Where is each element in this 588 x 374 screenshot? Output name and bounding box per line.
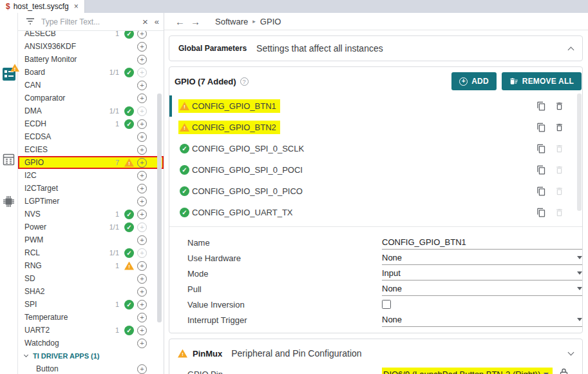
sidebar-item[interactable]: ECDSA bbox=[18, 130, 164, 143]
chip-device-icon[interactable] bbox=[3, 195, 15, 208]
sidebar-item[interactable]: I2CTarget bbox=[18, 182, 164, 195]
sidebar-item[interactable]: RNG 1 bbox=[18, 259, 164, 272]
lock-icon[interactable] bbox=[559, 368, 569, 374]
copy-icon[interactable] bbox=[536, 123, 546, 132]
add-instance-icon[interactable] bbox=[137, 31, 147, 39]
sidebar-section-header[interactable]: TI DRIVER APPS (1) bbox=[18, 349, 164, 362]
add-instance-icon[interactable] bbox=[137, 339, 147, 348]
gpio-pin-dropdown[interactable]: DIO6/9 (LaunchPad Button BTN-2 (Right)) bbox=[382, 368, 553, 374]
add-instance-icon[interactable] bbox=[137, 364, 147, 374]
copy-icon[interactable] bbox=[536, 208, 546, 217]
sidebar-item[interactable]: Battery Monitor bbox=[18, 53, 164, 66]
sidebar-item[interactable]: SD bbox=[18, 272, 164, 285]
gpio-instance-row[interactable]: CONFIG_GPIO_SPI_0_POCI bbox=[169, 159, 582, 181]
sidebar-item[interactable]: LGPTimer bbox=[18, 195, 164, 208]
sidebar-item[interactable]: DMA 1/1 bbox=[18, 104, 164, 117]
global-parameters-card[interactable]: Global Parameters Settings that affect a… bbox=[169, 35, 583, 61]
add-instance-icon[interactable] bbox=[137, 94, 147, 103]
text-input[interactable]: CONFIG_GPIO_BTN1 bbox=[382, 236, 582, 250]
gpio-instance-row[interactable]: CONFIG_GPIO_SPI_0_SCLK bbox=[169, 138, 582, 159]
gpio-instance-row[interactable]: CONFIG_GPIO_BTN2 bbox=[169, 117, 582, 138]
sidebar-item[interactable]: NVS 1 bbox=[18, 208, 164, 221]
back-arrow-icon[interactable]: ← bbox=[175, 16, 185, 27]
gpio-instance-row[interactable]: CONFIG_GPIO_UART_TX bbox=[169, 202, 582, 223]
delete-icon[interactable] bbox=[555, 186, 564, 196]
dropdown[interactable]: Input bbox=[382, 267, 582, 280]
sidebar-item[interactable]: I2C bbox=[18, 169, 164, 182]
remove-all-button[interactable]: REMOVE ALL bbox=[502, 72, 582, 90]
add-instance-icon[interactable] bbox=[137, 158, 147, 168]
main-scrollbar[interactable] bbox=[577, 94, 582, 211]
instance-actions bbox=[536, 165, 564, 175]
add-instance-icon[interactable] bbox=[137, 326, 147, 335]
software-config-icon[interactable]: ! bbox=[3, 68, 15, 81]
add-instance-icon[interactable] bbox=[137, 171, 147, 181]
add-button[interactable]: ADD bbox=[451, 72, 497, 90]
add-instance-icon[interactable] bbox=[137, 145, 147, 155]
sidebar-item[interactable]: Comparator bbox=[18, 92, 164, 104]
add-instance-icon[interactable] bbox=[137, 274, 147, 284]
sidebar-scrollbar[interactable] bbox=[157, 94, 162, 322]
forward-arrow-icon[interactable]: → bbox=[191, 16, 200, 27]
pinmux-header[interactable]: PinMux Peripheral and Pin Configuration bbox=[176, 346, 573, 361]
add-instance-icon[interactable] bbox=[137, 55, 147, 64]
tab-host-test-syscfg[interactable]: $ host_test.syscfg × bbox=[0, 0, 85, 13]
sidebar-item[interactable]: Board 1/1 bbox=[18, 66, 164, 79]
dropdown[interactable]: None bbox=[382, 313, 582, 327]
filter-input[interactable] bbox=[41, 17, 142, 26]
dropdown[interactable]: None bbox=[382, 282, 582, 296]
delete-icon[interactable] bbox=[555, 101, 564, 111]
sidebar-item[interactable]: Button bbox=[18, 362, 164, 374]
add-instance-icon[interactable] bbox=[137, 81, 147, 90]
add-instance-icon[interactable] bbox=[137, 132, 147, 142]
sidebar-item[interactable]: GPIO 7 bbox=[18, 156, 164, 169]
copy-icon[interactable] bbox=[536, 101, 546, 111]
breadcrumb-page[interactable]: GPIO bbox=[260, 17, 281, 26]
dropdown[interactable]: None bbox=[382, 251, 582, 265]
copy-icon[interactable] bbox=[536, 165, 546, 175]
add-instance-icon[interactable] bbox=[137, 197, 147, 206]
copy-icon[interactable] bbox=[536, 186, 546, 196]
registers-icon[interactable] bbox=[3, 153, 15, 166]
sidebar-item[interactable]: Temperature bbox=[18, 311, 164, 324]
add-instance-icon[interactable] bbox=[137, 287, 147, 297]
chevron-down-icon[interactable] bbox=[568, 349, 574, 356]
checkbox[interactable] bbox=[382, 300, 391, 309]
gpio-instance-row[interactable]: CONFIG_GPIO_BTN1 bbox=[169, 95, 582, 117]
sidebar-item[interactable]: PWM bbox=[18, 233, 164, 246]
sidebar-item[interactable]: Watchdog bbox=[18, 337, 164, 349]
sidebar-item-label: Power bbox=[24, 222, 102, 231]
sidebar-item[interactable]: SPI 1 bbox=[18, 298, 164, 311]
sidebar-item[interactable]: UART2 1 bbox=[18, 324, 164, 337]
sidebar-item[interactable]: ANSIX936KDF bbox=[18, 40, 164, 53]
add-instance-icon[interactable] bbox=[137, 119, 147, 129]
add-instance-icon[interactable] bbox=[137, 261, 147, 271]
sidebar-item[interactable]: SHA2 bbox=[18, 285, 164, 298]
global-parameters-title: Global Parameters bbox=[178, 44, 247, 53]
add-instance-icon[interactable] bbox=[137, 42, 147, 52]
add-instance-icon[interactable] bbox=[137, 300, 147, 310]
delete-icon[interactable] bbox=[555, 208, 564, 217]
sidebar-item[interactable]: Power 1/1 bbox=[18, 221, 164, 233]
add-instance-icon[interactable] bbox=[137, 210, 147, 219]
add-instance-icon[interactable] bbox=[137, 313, 147, 322]
sidebar-item[interactable]: ECDH 1 bbox=[18, 117, 164, 130]
breadcrumb-section[interactable]: Software bbox=[215, 17, 248, 26]
add-instance-icon[interactable] bbox=[137, 235, 147, 245]
gpio-instance-row[interactable]: CONFIG_GPIO_SPI_0_PICO bbox=[169, 181, 582, 202]
sidebar-item[interactable]: ECIES bbox=[18, 143, 164, 156]
delete-icon[interactable] bbox=[555, 165, 564, 175]
sidebar-item[interactable]: CAN bbox=[18, 79, 164, 92]
delete-icon[interactable] bbox=[555, 123, 564, 132]
clear-filter-icon[interactable]: × bbox=[142, 16, 148, 27]
add-instance-icon[interactable] bbox=[137, 184, 147, 193]
help-icon[interactable]: ? bbox=[240, 77, 249, 86]
sidebar-item[interactable]: AESECB 1 bbox=[18, 31, 164, 40]
copy-icon[interactable] bbox=[536, 144, 546, 153]
sidebar-item-count: 1 bbox=[102, 31, 119, 37]
delete-icon[interactable] bbox=[555, 144, 564, 153]
chevron-up-icon[interactable] bbox=[568, 46, 574, 53]
sidebar-item[interactable]: RCL 1/1 bbox=[18, 246, 164, 259]
close-icon[interactable]: × bbox=[74, 2, 79, 11]
collapse-sidebar-icon[interactable]: « bbox=[155, 17, 158, 26]
